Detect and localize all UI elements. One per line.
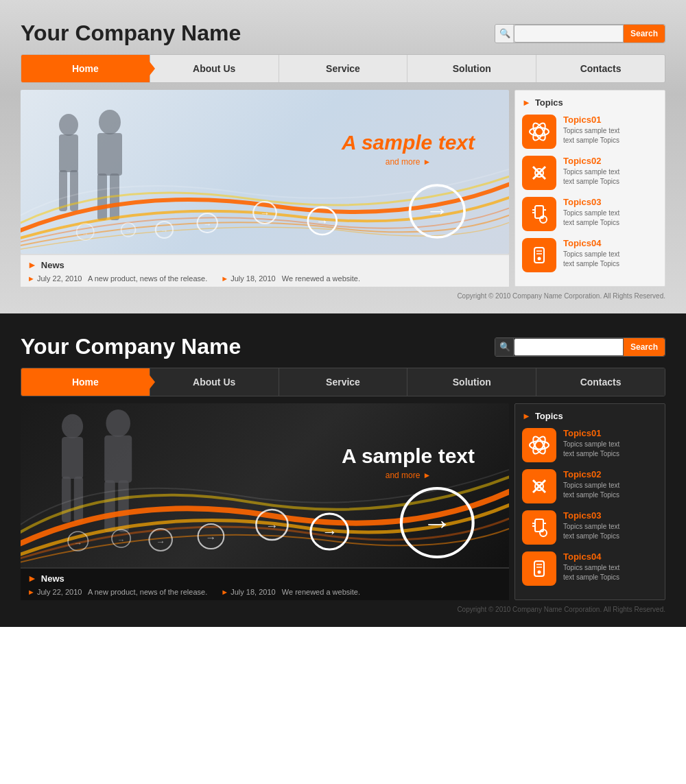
topic-text-3-light: Topics03 Topics sample texttext sample T… — [563, 197, 658, 228]
nav-solution-light[interactable]: Solution — [407, 55, 536, 82]
topic-icon-1-dark — [522, 428, 556, 462]
svg-text:→: → — [82, 230, 88, 237]
search-icon-dark: 🔍 — [495, 338, 514, 356]
topic-item-2-light[interactable]: Topics02 Topics sample texttext sample T… — [522, 156, 658, 190]
topic-title-1-dark: Topics01 — [563, 428, 658, 438]
topics-arrow-icon-light: ► — [522, 97, 531, 108]
topic-desc-3-dark: Topics sample texttext sample Topics — [563, 522, 658, 541]
news-arrow-icon-light: ► — [27, 259, 37, 270]
news-dot-1-light: ► — [27, 274, 37, 283]
topic-desc-4-dark: Topics sample texttext sample Topics — [563, 563, 658, 582]
topic-text-2-dark: Topics02 Topics sample texttext sample T… — [563, 469, 658, 500]
news-text-2-dark: We renewed a website. — [282, 588, 360, 596]
topic-title-3-dark: Topics03 — [563, 510, 658, 521]
nav-home-light[interactable]: Home — [21, 55, 150, 82]
search-wrapper-light: 🔍 Search — [495, 24, 665, 43]
topic-text-3-dark: Topics03 Topics sample texttext sample T… — [563, 510, 658, 541]
nav-service-light[interactable]: Service — [279, 55, 408, 82]
news-date-1-dark: July 22, 2010 — [37, 588, 82, 596]
svg-point-38 — [538, 257, 541, 261]
news-date-2-dark: July 18, 2010 — [230, 588, 275, 596]
news-dot-2-dark: ► — [221, 588, 230, 596]
topic-icon-2-light — [522, 156, 556, 190]
news-dot-2-light: ► — [221, 274, 230, 283]
topic-desc-2-dark: Topics sample texttext sample Topics — [563, 481, 658, 500]
news-header-light: ► News — [27, 259, 502, 270]
svg-rect-74 — [534, 561, 544, 576]
news-item-2-dark: ► July 18, 2010 We renewed a website. — [221, 588, 360, 596]
svg-text:→: → — [117, 536, 126, 544]
nav-solution-dark[interactable]: Solution — [407, 368, 536, 396]
svg-text:→: → — [316, 214, 329, 228]
hero-banner-dark: A sample text and more ► → — [21, 403, 509, 567]
topic-desc-3-light: Topics sample texttext sample Topics — [563, 209, 658, 228]
topic-desc-1-dark: Topics sample texttext sample Topics — [563, 440, 658, 459]
svg-rect-35 — [534, 248, 544, 263]
svg-text:→: → — [73, 538, 82, 548]
svg-text:→: → — [422, 507, 452, 539]
topic-icon-4-dark — [522, 551, 556, 586]
news-items-light: ► July 22, 2010 A new product, news of t… — [27, 274, 502, 283]
topic-icon-2-dark — [522, 469, 556, 503]
topic-item-4-dark[interactable]: Topics04 Topics sample texttext sample T… — [522, 551, 658, 586]
svg-text:→: → — [206, 532, 217, 543]
topic-title-2-dark: Topics02 — [563, 469, 658, 479]
hero-text-light: A sample text and more ► — [342, 131, 475, 167]
news-text-1-dark: A new product, news of the release. — [88, 588, 207, 596]
sample-text-light: A sample text — [342, 131, 475, 154]
search-button-light[interactable]: Search — [624, 25, 665, 43]
topic-item-1-light[interactable]: Topics01 Topics sample texttext sample T… — [522, 115, 658, 149]
sidebar-title-light: ► Topics — [522, 97, 658, 108]
light-theme-section: Your Company Name 🔍 Search Home About Us… — [0, 0, 686, 313]
hero-banner-light: A sample text and more ► — [21, 90, 509, 254]
news-item-1-light: ► July 22, 2010 A new product, news of t… — [27, 274, 207, 283]
search-wrapper-dark: 🔍 Search — [495, 337, 665, 357]
news-item-1-dark: ► July 22, 2010 A new product, news of t… — [27, 588, 207, 596]
svg-text:→: → — [260, 208, 270, 219]
topic-item-4-light[interactable]: Topics04 Topics sample texttext sample T… — [522, 238, 658, 272]
topic-item-3-light[interactable]: Topics03 Topics sample texttext sample T… — [522, 197, 658, 231]
topic-title-4-light: Topics04 — [563, 238, 658, 248]
nav-dark: Home About Us Service Solution Contacts — [21, 368, 665, 396]
nav-home-dark[interactable]: Home — [21, 368, 150, 396]
topic-title-2-light: Topics02 — [563, 156, 658, 166]
news-text-1-light: A new product, news of the release. — [88, 274, 207, 283]
news-item-2-light: ► July 18, 2010 We renewed a website. — [221, 274, 360, 283]
topic-item-2-dark[interactable]: Topics02 Topics sample texttext sample T… — [522, 469, 658, 503]
nav-about-dark[interactable]: About Us — [150, 368, 279, 396]
topic-icon-4-light — [522, 238, 556, 272]
news-section-dark: ► News ► July 22, 2010 A new product, ne… — [21, 567, 509, 600]
svg-point-77 — [538, 571, 541, 574]
nav-contacts-light[interactable]: Contacts — [536, 55, 665, 82]
topic-item-1-dark[interactable]: Topics01 Topics sample texttext sample T… — [522, 428, 658, 462]
svg-point-4 — [99, 110, 121, 134]
news-items-dark: ► July 22, 2010 A new product, news of t… — [27, 588, 502, 596]
svg-point-0 — [59, 114, 78, 136]
topic-title-4-dark: Topics04 — [563, 551, 658, 562]
news-header-dark: ► News — [27, 573, 502, 584]
svg-text:→: → — [125, 228, 131, 235]
svg-text:→: → — [426, 198, 449, 223]
svg-text:→: → — [156, 536, 165, 547]
nav-contacts-dark[interactable]: Contacts — [536, 368, 665, 396]
search-icon-light: 🔍 — [495, 25, 514, 43]
topic-icon-3-dark — [522, 510, 556, 545]
topic-desc-1-light: Topics sample texttext sample Topics — [563, 126, 658, 145]
hero-panel-dark: A sample text and more ► → — [21, 403, 509, 600]
nav-about-light[interactable]: About Us — [150, 55, 279, 82]
header-dark: Your Company Name 🔍 Search — [21, 334, 665, 359]
topic-icon-1-light — [522, 115, 556, 149]
search-input-light[interactable] — [514, 25, 624, 43]
news-arrow-icon-dark: ► — [27, 573, 37, 584]
topic-desc-4-light: Topics sample texttext sample Topics — [563, 250, 658, 269]
topic-item-3-dark[interactable]: Topics03 Topics sample texttext sample T… — [522, 510, 658, 545]
search-input-dark[interactable] — [514, 338, 624, 356]
topic-text-1-light: Topics01 Topics sample texttext sample T… — [563, 115, 658, 145]
svg-text:→: → — [322, 523, 338, 540]
nav-service-dark[interactable]: Service — [279, 368, 408, 396]
topic-text-4-light: Topics04 Topics sample texttext sample T… — [563, 238, 658, 269]
news-date-1-light: July 22, 2010 — [37, 274, 82, 283]
svg-point-62 — [530, 441, 549, 449]
news-section-light: ► News ► July 22, 2010 A new product, ne… — [21, 254, 509, 287]
search-button-dark[interactable]: Search — [624, 338, 665, 356]
